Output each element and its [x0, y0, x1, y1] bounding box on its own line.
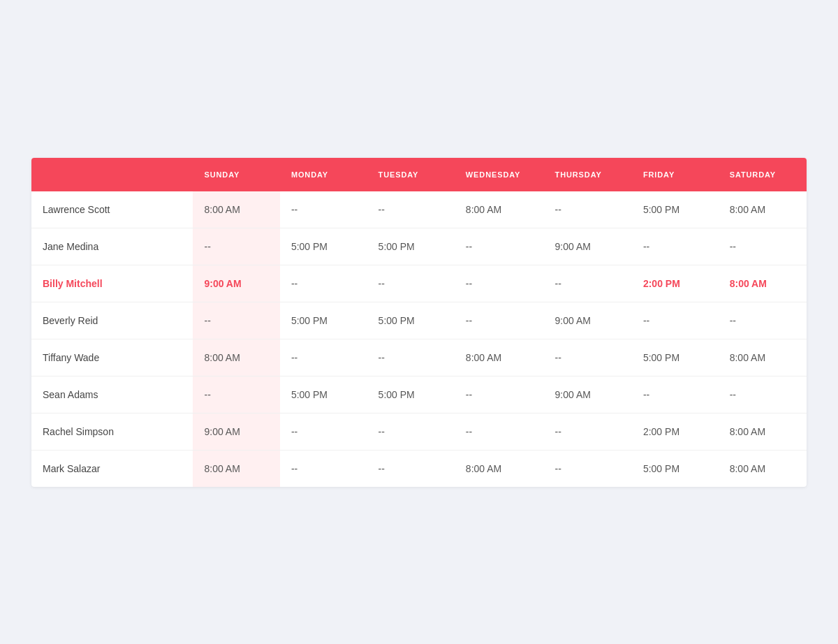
cell-tuesday: -- — [367, 450, 455, 487]
cell-sunday: -- — [193, 376, 279, 413]
cell-friday: 5:00 PM — [632, 339, 719, 376]
cell-saturday: 8:00 AM — [719, 265, 807, 302]
col-header-thursday: THURSDAY — [544, 158, 632, 191]
cell-tuesday: -- — [367, 191, 455, 228]
cell-sunday: -- — [193, 228, 279, 265]
schedule-table-container: SUNDAY MONDAY TUESDAY WEDNESDAY THURSDAY… — [31, 158, 807, 487]
cell-wednesday: -- — [455, 265, 544, 302]
table-row: Mark Salazar8:00 AM----8:00 AM--5:00 PM8… — [31, 450, 807, 487]
cell-wednesday: -- — [455, 413, 544, 450]
cell-wednesday: 8:00 AM — [455, 450, 544, 487]
cell-monday: 5:00 PM — [280, 376, 367, 413]
cell-tuesday: -- — [367, 265, 455, 302]
cell-tuesday: -- — [367, 413, 455, 450]
cell-saturday: 8:00 AM — [719, 339, 807, 376]
cell-friday: -- — [632, 302, 719, 339]
cell-name: Beverly Reid — [31, 302, 193, 339]
cell-name: Sean Adams — [31, 376, 193, 413]
cell-name: Mark Salazar — [31, 450, 193, 487]
col-header-sunday: SUNDAY — [193, 158, 279, 191]
cell-friday: 5:00 PM — [632, 450, 719, 487]
cell-friday: -- — [632, 228, 719, 265]
cell-wednesday: 8:00 AM — [455, 191, 544, 228]
cell-friday: -- — [632, 376, 719, 413]
cell-wednesday: -- — [455, 302, 544, 339]
cell-sunday: 8:00 AM — [193, 339, 279, 376]
table-row: Beverly Reid--5:00 PM5:00 PM--9:00 AM---… — [31, 302, 807, 339]
schedule-table: SUNDAY MONDAY TUESDAY WEDNESDAY THURSDAY… — [31, 158, 807, 487]
col-header-friday: FRIDAY — [632, 158, 719, 191]
cell-name: Tiffany Wade — [31, 339, 193, 376]
cell-friday: 5:00 PM — [632, 191, 719, 228]
cell-sunday: 8:00 AM — [193, 450, 279, 487]
cell-sunday: 9:00 AM — [193, 265, 279, 302]
cell-saturday: 8:00 AM — [719, 450, 807, 487]
cell-name: Jane Medina — [31, 228, 193, 265]
table-row: Jane Medina--5:00 PM5:00 PM--9:00 AM---- — [31, 228, 807, 265]
cell-saturday: -- — [719, 376, 807, 413]
cell-sunday: -- — [193, 302, 279, 339]
cell-wednesday: 8:00 AM — [455, 339, 544, 376]
cell-tuesday: 5:00 PM — [367, 228, 455, 265]
col-header-wednesday: WEDNESDAY — [455, 158, 544, 191]
cell-saturday: -- — [719, 228, 807, 265]
cell-thursday: 9:00 AM — [544, 302, 632, 339]
col-header-name — [31, 158, 193, 191]
cell-monday: -- — [280, 339, 367, 376]
cell-name: Billy Mitchell — [31, 265, 193, 302]
cell-name: Rachel Simpson — [31, 413, 193, 450]
cell-thursday: 9:00 AM — [544, 228, 632, 265]
table-header-row: SUNDAY MONDAY TUESDAY WEDNESDAY THURSDAY… — [31, 158, 807, 191]
cell-thursday: -- — [544, 339, 632, 376]
cell-monday: -- — [280, 413, 367, 450]
cell-sunday: 9:00 AM — [193, 413, 279, 450]
col-header-monday: MONDAY — [280, 158, 367, 191]
cell-thursday: -- — [544, 413, 632, 450]
cell-monday: -- — [280, 191, 367, 228]
cell-wednesday: -- — [455, 376, 544, 413]
cell-thursday: -- — [544, 450, 632, 487]
table-row: Sean Adams--5:00 PM5:00 PM--9:00 AM---- — [31, 376, 807, 413]
table-row: Lawrence Scott8:00 AM----8:00 AM--5:00 P… — [31, 191, 807, 228]
cell-wednesday: -- — [455, 228, 544, 265]
cell-thursday: 9:00 AM — [544, 376, 632, 413]
cell-friday: 2:00 PM — [632, 265, 719, 302]
cell-monday: 5:00 PM — [280, 228, 367, 265]
cell-monday: 5:00 PM — [280, 302, 367, 339]
cell-friday: 2:00 PM — [632, 413, 719, 450]
cell-saturday: -- — [719, 302, 807, 339]
cell-tuesday: 5:00 PM — [367, 302, 455, 339]
cell-saturday: 8:00 AM — [719, 413, 807, 450]
cell-tuesday: 5:00 PM — [367, 376, 455, 413]
table-row: Rachel Simpson9:00 AM--------2:00 PM8:00… — [31, 413, 807, 450]
cell-tuesday: -- — [367, 339, 455, 376]
cell-monday: -- — [280, 450, 367, 487]
table-row: Tiffany Wade8:00 AM----8:00 AM--5:00 PM8… — [31, 339, 807, 376]
col-header-tuesday: TUESDAY — [367, 158, 455, 191]
cell-name: Lawrence Scott — [31, 191, 193, 228]
cell-thursday: -- — [544, 191, 632, 228]
table-row: Billy Mitchell9:00 AM--------2:00 PM8:00… — [31, 265, 807, 302]
cell-saturday: 8:00 AM — [719, 191, 807, 228]
cell-thursday: -- — [544, 265, 632, 302]
cell-monday: -- — [280, 265, 367, 302]
cell-sunday: 8:00 AM — [193, 191, 279, 228]
col-header-saturday: SATURDAY — [719, 158, 807, 191]
